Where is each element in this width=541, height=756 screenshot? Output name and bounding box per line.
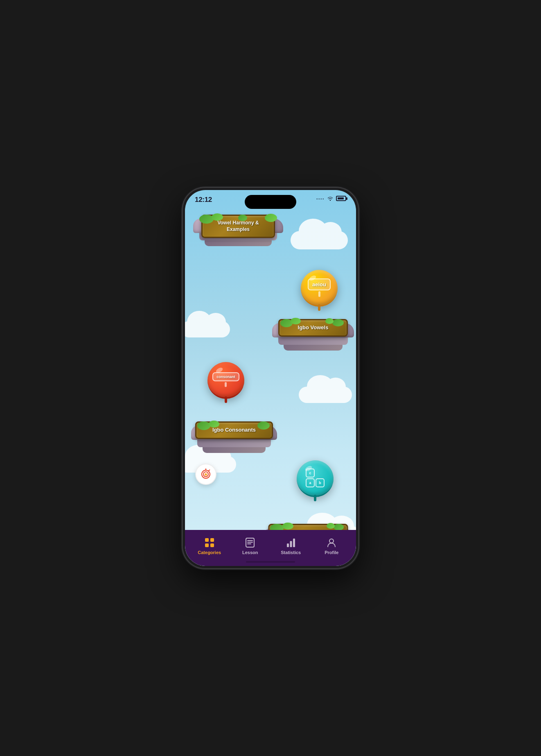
cloud-2: [185, 321, 230, 337]
nav-label-lesson: Lesson: [242, 550, 258, 555]
svg-rect-7: [205, 543, 209, 547]
platform-igbo-vowels[interactable]: Igbo Vowels: [272, 323, 354, 352]
nav-label-statistics: Statistics: [281, 550, 301, 555]
svg-rect-5: [205, 538, 209, 542]
signal-dots-icon: ●●●●: [316, 197, 325, 200]
cloud-1: [291, 231, 348, 249]
svg-rect-14: [290, 541, 292, 547]
abc-block-b: b: [316, 478, 325, 487]
svg-rect-8: [210, 543, 214, 547]
svg-rect-15: [293, 539, 295, 547]
abc-block-a: a: [306, 478, 315, 487]
nav-icon-statistics: [285, 537, 297, 548]
nav-icon-lesson: [244, 537, 256, 548]
svg-rect-13: [287, 543, 289, 547]
sky-content: Vowel Harmony & Examples aeiou: [185, 190, 356, 530]
cloud-3: [299, 387, 352, 403]
battery-icon: [336, 196, 346, 201]
nav-label-categories: Categories: [198, 550, 221, 555]
badge-vowel-post: [318, 304, 320, 311]
badge-consonant-text: consonant: [212, 372, 239, 381]
badge-alphabet-post: [314, 495, 316, 501]
nav-icon-profile: [326, 537, 337, 548]
nav-item-statistics[interactable]: Statistics: [270, 534, 311, 558]
bottom-nav: Categories Lesson: [185, 530, 356, 566]
badge-consonant[interactable]: consonant: [207, 362, 244, 399]
platform-vowel-harmony[interactable]: Vowel Harmony & Examples: [193, 219, 283, 248]
svg-rect-6: [210, 538, 214, 542]
status-icons: ●●●●: [316, 196, 346, 201]
badge-consonant-post: [225, 396, 227, 403]
dynamic-island: [245, 195, 296, 209]
svg-point-16: [329, 539, 334, 543]
abc-blocks: c a b: [306, 469, 325, 487]
phone-frame: 12:12 ●●●●: [183, 188, 358, 568]
nav-icon-categories: [204, 537, 215, 548]
phone-screen: 12:12 ●●●●: [185, 190, 356, 566]
badge-vowel[interactable]: aeiou: [301, 270, 338, 307]
nav-item-categories[interactable]: Categories: [189, 534, 230, 558]
nav-item-profile[interactable]: Profile: [311, 534, 352, 558]
wifi-icon: [327, 196, 334, 201]
goal-button[interactable]: [195, 464, 216, 485]
home-indicator: [246, 561, 295, 563]
platform-igbo-consonants[interactable]: Igbo Consonants: [191, 426, 277, 455]
nav-label-profile: Profile: [325, 550, 338, 555]
svg-line-4: [208, 470, 210, 471]
nav-item-lesson[interactable]: Lesson: [230, 534, 271, 558]
badge-vowel-text: aeiou: [308, 278, 331, 290]
goal-icon: [200, 469, 212, 480]
status-time: 12:12: [195, 196, 212, 204]
badge-alphabet[interactable]: c a b: [297, 460, 334, 497]
